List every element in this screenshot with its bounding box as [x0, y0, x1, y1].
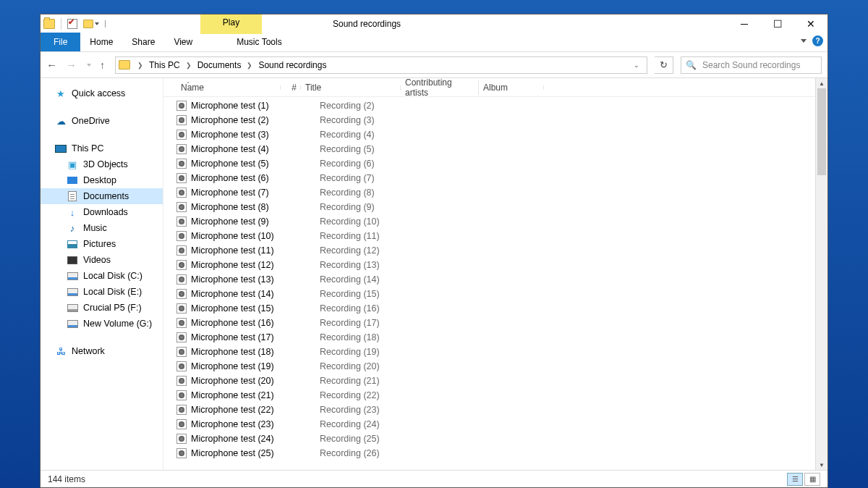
refresh-button[interactable]: ↻ — [655, 56, 673, 74]
sidebar-item-label: This PC — [72, 143, 103, 153]
chevron-right-icon[interactable]: ❯ — [244, 62, 255, 69]
file-row[interactable]: Microphone test (17)Recording (18) — [163, 330, 815, 345]
file-row[interactable]: Microphone test (12)Recording (13) — [163, 258, 815, 272]
tab-music-tools[interactable]: Music Tools — [227, 33, 291, 51]
properties-icon[interactable] — [67, 19, 77, 29]
file-row[interactable]: Microphone test (22)Recording (23) — [163, 403, 815, 417]
scroll-up-button[interactable]: ▲ — [816, 78, 827, 88]
file-row[interactable]: Microphone test (5)Recording (6) — [163, 156, 815, 171]
vertical-scrollbar[interactable]: ▲ ▼ — [815, 78, 827, 470]
minimize-button[interactable]: ─ — [728, 14, 761, 33]
audio-file-icon — [176, 274, 187, 285]
file-row[interactable]: Microphone test (16)Recording (17) — [163, 316, 815, 330]
column-header-contributing-artists[interactable]: Contributing artists — [401, 77, 479, 98]
breadcrumb-current[interactable]: Sound recordings — [255, 60, 329, 70]
address-dropdown-icon[interactable]: ⌄ — [628, 62, 645, 69]
sidebar-item-onedrive[interactable]: ☁ OneDrive — [41, 113, 163, 129]
sidebar-item-3d-objects[interactable]: ▣ 3D Objects — [41, 156, 163, 172]
chevron-right-icon[interactable]: ❯ — [183, 62, 195, 69]
file-row[interactable]: Microphone test (24)Recording (25) — [163, 432, 815, 446]
file-row[interactable]: Microphone test (7)Recording (8) — [163, 185, 815, 200]
search-input[interactable]: 🔍 Search Sound recordings — [681, 56, 822, 74]
file-row[interactable]: Microphone test (23)Recording (24) — [163, 417, 815, 432]
audio-file-icon — [176, 347, 187, 357]
breadcrumb-documents[interactable]: Documents — [195, 60, 244, 70]
nav-arrows: ← → ↑ — [46, 59, 105, 71]
column-header-album[interactable]: Album — [479, 83, 544, 93]
file-name: Microphone test (17) — [191, 332, 299, 342]
body: ★ Quick access ☁ OneDrive This PC ▣ 3D O… — [41, 78, 827, 470]
file-row[interactable]: Microphone test (13)Recording (14) — [163, 272, 815, 287]
audio-file-icon — [176, 332, 187, 342]
file-title: Recording (3) — [320, 115, 428, 125]
file-title: Recording (24) — [320, 419, 428, 429]
file-row[interactable]: Microphone test (10)Recording (11) — [163, 229, 815, 243]
column-header-title[interactable]: Title — [301, 83, 401, 93]
sidebar-item-this-pc[interactable]: This PC — [41, 140, 163, 156]
scrollbar-thumb[interactable] — [817, 88, 826, 175]
context-tab-label[interactable]: Play — [200, 17, 262, 28]
tab-file[interactable]: File — [41, 33, 80, 51]
file-row[interactable]: Microphone test (2)Recording (3) — [163, 113, 815, 127]
help-icon[interactable]: ? — [812, 35, 823, 46]
file-row[interactable]: Microphone test (25)Recording (26) — [163, 446, 815, 460]
file-row[interactable]: Microphone test (3)Recording (4) — [163, 127, 815, 142]
file-row[interactable]: Microphone test (21)Recording (22) — [163, 388, 815, 403]
tab-share[interactable]: Share — [122, 33, 164, 51]
tab-view[interactable]: View — [164, 33, 202, 51]
history-dropdown-icon[interactable] — [87, 64, 91, 67]
sidebar-item-local-disk-e[interactable]: Local Disk (E:) — [41, 284, 163, 300]
chevron-right-icon[interactable]: ❯ — [135, 62, 146, 69]
sidebar-item-label: Local Disk (C:) — [83, 271, 142, 281]
audio-file-icon — [176, 245, 187, 256]
sidebar-item-new-volume-g[interactable]: New Volume (G:) — [41, 316, 163, 332]
file-row[interactable]: Microphone test (1)Recording (2) — [163, 98, 815, 113]
column-header-number[interactable]: # — [281, 83, 301, 93]
file-row[interactable]: Microphone test (14)Recording (15) — [163, 287, 815, 301]
details-view-button[interactable]: ☰ — [787, 473, 803, 486]
sidebar-item-music[interactable]: ♪ Music — [41, 220, 163, 236]
tab-home[interactable]: Home — [80, 33, 122, 51]
file-row[interactable]: Microphone test (11)Recording (12) — [163, 243, 815, 258]
file-row[interactable]: Microphone test (20)Recording (21) — [163, 374, 815, 388]
sidebar-item-label: 3D Objects — [83, 159, 128, 169]
up-button[interactable]: ↑ — [100, 59, 105, 71]
audio-file-icon — [176, 188, 187, 198]
file-row[interactable]: Microphone test (8)Recording (9) — [163, 200, 815, 214]
sidebar-item-documents[interactable]: Documents — [41, 188, 163, 204]
icons-view-button[interactable]: ▦ — [804, 473, 820, 486]
new-folder-button[interactable] — [83, 20, 99, 28]
file-row[interactable]: Microphone test (9)Recording (10) — [163, 214, 815, 229]
pictures-icon — [67, 238, 78, 250]
explorer-window: Play Sound recordings ─ ☐ ✕ File Home Sh… — [40, 14, 828, 488]
file-row[interactable]: Microphone test (15)Recording (16) — [163, 301, 815, 316]
column-header-name[interactable]: ˄Name — [176, 83, 281, 93]
sidebar-item-crucial-p5[interactable]: Crucial P5 (F:) — [41, 300, 163, 316]
titlebar: Play Sound recordings ─ ☐ ✕ — [41, 14, 827, 33]
breadcrumb-this-pc[interactable]: This PC — [146, 60, 183, 70]
sidebar-item-local-disk-c[interactable]: Local Disk (C:) — [41, 268, 163, 284]
sidebar-item-pictures[interactable]: Pictures — [41, 236, 163, 252]
expand-ribbon-icon[interactable] — [801, 39, 807, 43]
file-row[interactable]: Microphone test (6)Recording (7) — [163, 171, 815, 185]
file-title: Recording (9) — [320, 202, 428, 212]
sidebar-item-quick-access[interactable]: ★ Quick access — [41, 85, 163, 101]
sidebar-item-label: Music — [83, 223, 107, 233]
audio-file-icon — [176, 434, 187, 444]
sidebar-item-downloads[interactable]: ↓ Downloads — [41, 204, 163, 220]
back-button[interactable]: ← — [46, 59, 57, 71]
scroll-down-button[interactable]: ▼ — [816, 460, 827, 470]
maximize-button[interactable]: ☐ — [761, 14, 794, 33]
file-row[interactable]: Microphone test (18)Recording (19) — [163, 345, 815, 359]
file-row[interactable]: Microphone test (19)Recording (20) — [163, 359, 815, 374]
sidebar-item-desktop[interactable]: Desktop — [41, 172, 163, 188]
close-button[interactable]: ✕ — [794, 14, 827, 33]
file-title: Recording (16) — [320, 303, 428, 314]
address-bar[interactable]: ❯ This PC ❯ Documents ❯ Sound recordings… — [115, 56, 647, 74]
audio-file-icon — [176, 159, 187, 169]
file-list[interactable]: Microphone test (1)Recording (2)Micropho… — [163, 97, 815, 470]
file-row[interactable]: Microphone test (4)Recording (5) — [163, 142, 815, 156]
sidebar-item-network[interactable]: 🖧 Network — [41, 343, 163, 359]
sidebar-item-videos[interactable]: Videos — [41, 252, 163, 268]
small-folder-icon — [83, 20, 93, 28]
